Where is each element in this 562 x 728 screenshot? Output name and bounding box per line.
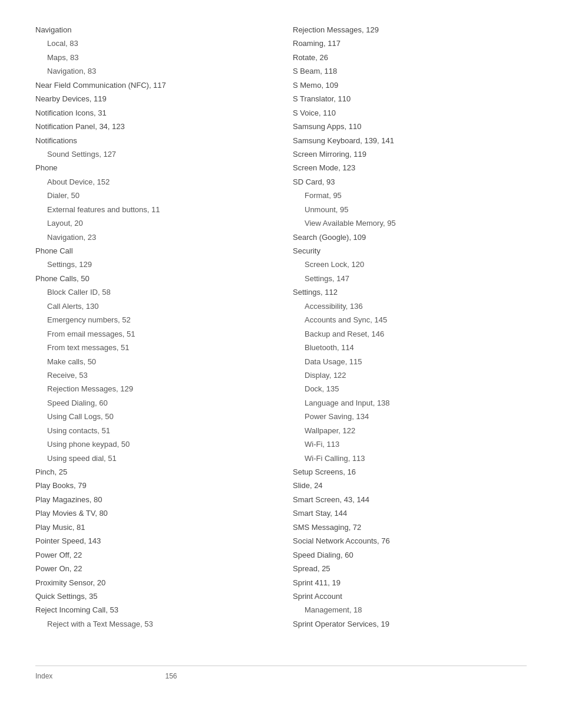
index-item: Settings, 129 [35, 258, 269, 271]
index-item: Layout, 20 [35, 217, 269, 229]
index-item: Rejection Messages, 129 [293, 24, 527, 36]
index-item: Emergency numbers, 52 [35, 314, 269, 326]
index-item: Rejection Messages, 129 [35, 383, 269, 395]
index-item: S Memo, 109 [293, 79, 527, 91]
index-item: From text messages, 51 [35, 341, 269, 354]
index-item: Block Caller ID, 58 [35, 286, 269, 298]
index-item: Slide, 24 [293, 479, 527, 492]
index-item: Screen Mode, 123 [293, 162, 527, 174]
index-item: External features and buttons, 11 [35, 203, 269, 216]
index-item: SMS Messaging, 72 [293, 521, 527, 533]
index-item: Phone [35, 162, 269, 174]
index-item: Navigation, 83 [35, 65, 269, 77]
index-item: Power Saving, 134 [293, 410, 527, 423]
footer: Index 156 [35, 666, 527, 680]
index-item: Using contacts, 51 [35, 424, 269, 437]
index-item: Speed Dialing, 60 [293, 549, 527, 561]
index-item: S Voice, 110 [293, 107, 527, 119]
index-item: S Translator, 110 [293, 93, 527, 105]
index-item: Reject Incoming Call, 53 [35, 604, 269, 616]
index-item: Samsung Apps, 110 [293, 120, 527, 133]
right-column: Rejection Messages, 129Roaming, 117Rotat… [293, 24, 527, 630]
index-item: Play Magazines, 80 [35, 493, 269, 506]
index-item: View Available Memory, 95 [293, 217, 527, 229]
index-item: Format, 95 [293, 189, 527, 202]
index-item: Sprint Account [293, 590, 527, 602]
index-item: Using speed dial, 51 [35, 452, 269, 465]
index-item: Accessibility, 136 [293, 300, 527, 312]
index-item: Maps, 83 [35, 51, 269, 64]
index-item: Navigation [35, 24, 269, 36]
index-item: Nearby Devices, 119 [35, 93, 269, 105]
index-item: Data Usage, 115 [293, 355, 527, 368]
index-item: Spread, 25 [293, 562, 527, 575]
index-item: Unmount, 95 [293, 203, 527, 216]
index-item: Screen Mirroring, 119 [293, 148, 527, 160]
index-item: Display, 122 [293, 369, 527, 381]
index-item: Settings, 112 [293, 286, 527, 298]
page-content: NavigationLocal, 83Maps, 83Navigation, 8… [35, 24, 527, 630]
index-item: Pointer Speed, 143 [35, 535, 269, 547]
index-item: Power On, 22 [35, 562, 269, 575]
footer-left-label: Index [35, 672, 52, 680]
index-item: Power Off, 22 [35, 549, 269, 561]
index-item: Pinch, 25 [35, 466, 269, 478]
index-item: S Beam, 118 [293, 65, 527, 77]
index-item: Phone Call [35, 245, 269, 257]
index-item: About Device, 152 [35, 176, 269, 188]
index-item: Backup and Reset, 146 [293, 328, 527, 340]
index-item: Wallpaper, 122 [293, 424, 527, 437]
index-item: Near Field Communication (NFC), 117 [35, 79, 269, 91]
left-column: NavigationLocal, 83Maps, 83Navigation, 8… [35, 24, 269, 630]
index-item: Security [293, 245, 527, 257]
index-item: Social Network Accounts, 76 [293, 535, 527, 547]
index-item: Accounts and Sync, 145 [293, 314, 527, 326]
index-item: Smart Screen, 43, 144 [293, 493, 527, 506]
index-item: Proximity Sensor, 20 [35, 577, 269, 589]
index-item: From email messages, 51 [35, 328, 269, 340]
index-item: Smart Stay, 144 [293, 507, 527, 519]
index-item: Play Movies & TV, 80 [35, 507, 269, 519]
index-item: Phone Calls, 50 [35, 272, 269, 285]
index-item: Notifications [35, 134, 269, 147]
index-item: Rotate, 26 [293, 51, 527, 64]
index-item: Speed Dialing, 60 [35, 397, 269, 409]
index-item: Samsung Keyboard, 139, 141 [293, 134, 527, 147]
index-item: Make calls, 50 [35, 355, 269, 368]
index-item: Search (Google), 109 [293, 231, 527, 243]
index-item: Management, 18 [293, 604, 527, 616]
index-item: Quick Settings, 35 [35, 590, 269, 602]
index-item: Screen Lock, 120 [293, 258, 527, 271]
index-item: Using phone keypad, 50 [35, 438, 269, 450]
index-item: Roaming, 117 [293, 37, 527, 50]
index-item: Dialer, 50 [35, 189, 269, 202]
footer-page-number: 156 [52, 672, 289, 680]
index-item: Local, 83 [35, 37, 269, 50]
index-item: Bluetooth, 114 [293, 341, 527, 354]
index-item: Reject with a Text Message, 53 [35, 618, 269, 630]
index-item: SD Card, 93 [293, 176, 527, 188]
index-item: Play Books, 79 [35, 479, 269, 492]
index-item: Notification Icons, 31 [35, 107, 269, 119]
index-item: Sprint 411, 19 [293, 577, 527, 589]
index-item: Navigation, 23 [35, 231, 269, 243]
index-item: Using Call Logs, 50 [35, 410, 269, 423]
index-item: Play Music, 81 [35, 521, 269, 533]
index-item: Language and Input, 138 [293, 397, 527, 409]
index-item: Sound Settings, 127 [35, 148, 269, 160]
index-item: Notification Panel, 34, 123 [35, 120, 269, 133]
index-item: Dock, 135 [293, 383, 527, 395]
index-item: Setup Screens, 16 [293, 466, 527, 478]
index-item: Sprint Operator Services, 19 [293, 618, 527, 630]
index-item: Wi-Fi, 113 [293, 438, 527, 450]
index-item: Wi-Fi Calling, 113 [293, 452, 527, 465]
index-item: Receive, 53 [35, 369, 269, 381]
index-item: Settings, 147 [293, 272, 527, 285]
index-item: Call Alerts, 130 [35, 300, 269, 312]
